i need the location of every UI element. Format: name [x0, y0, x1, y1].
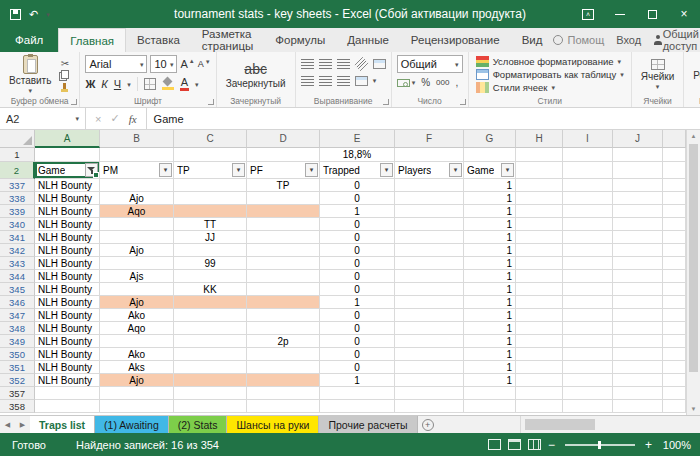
cell-J337[interactable]	[613, 179, 663, 192]
cell-D348[interactable]	[247, 322, 320, 335]
cell-K340[interactable]	[663, 218, 686, 231]
cell-H341[interactable]	[516, 231, 563, 244]
grow-font-icon[interactable]: А▲	[180, 58, 194, 70]
close-button[interactable]: ×	[668, 0, 700, 28]
cell-D340[interactable]	[247, 218, 320, 231]
cell-B341[interactable]	[100, 231, 174, 244]
cell-H340[interactable]	[516, 218, 563, 231]
column-header-G[interactable]: G	[464, 130, 516, 148]
cell-F351[interactable]	[395, 361, 464, 374]
cell-J352[interactable]	[613, 374, 663, 387]
cell-H2[interactable]	[516, 162, 563, 179]
cell-F341[interactable]	[395, 231, 464, 244]
cell-I342[interactable]	[563, 244, 613, 257]
column-header-C[interactable]: C	[174, 130, 247, 148]
share-button[interactable]: Общий доступ	[653, 28, 700, 52]
cell-D341[interactable]	[247, 231, 320, 244]
align-bottom-icon[interactable]	[337, 59, 350, 69]
cell-G349[interactable]: 1	[464, 335, 516, 348]
ribbon-tab-4[interactable]: Данные	[336, 28, 400, 52]
cell-A348[interactable]: NLH Bounty	[35, 322, 100, 335]
merge-center-icon[interactable]	[355, 76, 368, 86]
header-cell-PF[interactable]: PF▾	[247, 162, 320, 179]
cell-E338[interactable]: 0	[320, 192, 395, 205]
cell-D349[interactable]: 2p	[247, 335, 320, 348]
cell-E348[interactable]: 0	[320, 322, 395, 335]
cell-B348[interactable]: Aqo	[100, 322, 174, 335]
cell-A349[interactable]: NLH Bounty	[35, 335, 100, 348]
cell-J350[interactable]	[613, 348, 663, 361]
cell-D347[interactable]	[247, 309, 320, 322]
maximize-button[interactable]	[636, 0, 668, 28]
cell-B347[interactable]: Ako	[100, 309, 174, 322]
cell-G343[interactable]: 1	[464, 257, 516, 270]
scroll-down-icon[interactable]: ▼	[687, 403, 700, 415]
cell-C338[interactable]	[174, 192, 247, 205]
cell-K347[interactable]	[663, 309, 686, 322]
sign-in-link[interactable]: Вход	[616, 34, 641, 46]
strikethrough-button[interactable]: abc Зачеркнутый	[222, 55, 290, 94]
cell-C341[interactable]: JJ	[174, 231, 247, 244]
align-middle-icon[interactable]	[319, 59, 332, 69]
name-box[interactable]: A2 ▾	[0, 108, 86, 129]
column-header-E[interactable]: E	[320, 130, 395, 148]
filter-button-Game[interactable]: ▾	[501, 163, 514, 177]
italic-button[interactable]: К	[101, 78, 107, 90]
ribbon-tab-0[interactable]: Главная	[58, 28, 126, 52]
cell-H350[interactable]	[516, 348, 563, 361]
cell-I347[interactable]	[563, 309, 613, 322]
cell-C343[interactable]: 99	[174, 257, 247, 270]
cell-I340[interactable]	[563, 218, 613, 231]
cell-F352[interactable]	[395, 374, 464, 387]
cell-F343[interactable]	[395, 257, 464, 270]
cell-A351[interactable]: NLH Bounty	[35, 361, 100, 374]
shrink-font-icon[interactable]: А▼	[198, 59, 211, 69]
cell-E350[interactable]: 0	[320, 348, 395, 361]
cell-J348[interactable]	[613, 322, 663, 335]
cell-C339[interactable]	[174, 205, 247, 218]
save-icon[interactable]	[10, 7, 21, 21]
cell-B340[interactable]	[100, 218, 174, 231]
header-cell-PM[interactable]: PM▾	[100, 162, 174, 179]
cell-H338[interactable]	[516, 192, 563, 205]
cell-F337[interactable]	[395, 179, 464, 192]
cell-F347[interactable]	[395, 309, 464, 322]
paste-button[interactable]: Вставить ▾	[5, 55, 55, 94]
cell-F340[interactable]	[395, 218, 464, 231]
cell-D358[interactable]	[247, 400, 320, 413]
cell-A347[interactable]: NLH Bounty	[35, 309, 100, 322]
cell-I341[interactable]	[563, 231, 613, 244]
cell-D352[interactable]	[247, 374, 320, 387]
column-header-D[interactable]: D	[247, 130, 320, 148]
cell-I2[interactable]	[563, 162, 613, 179]
zoom-out-icon[interactable]: −	[548, 438, 555, 452]
align-top-icon[interactable]	[301, 59, 314, 69]
cell-B342[interactable]: Ajo	[100, 244, 174, 257]
cell-A339[interactable]: NLH Bounty	[35, 205, 100, 218]
cell-G347[interactable]: 1	[464, 309, 516, 322]
formula-content[interactable]: Game	[147, 108, 700, 129]
accounting-format-icon[interactable]: ▾	[397, 79, 416, 87]
ribbon-tab-5[interactable]: Рецензирование	[400, 28, 511, 52]
cell-C345[interactable]: KK	[174, 283, 247, 296]
header-cell-TP[interactable]: TP▾	[174, 162, 247, 179]
zoom-in-icon[interactable]: +	[645, 438, 652, 452]
cell-C349[interactable]	[174, 335, 247, 348]
cell-A340[interactable]: NLH Bounty	[35, 218, 100, 231]
row-header-358[interactable]: 358	[0, 400, 35, 413]
cell-K338[interactable]	[663, 192, 686, 205]
cell-G351[interactable]: 1	[464, 361, 516, 374]
cell-D346[interactable]	[247, 296, 320, 309]
cell-D350[interactable]	[247, 348, 320, 361]
cell-K348[interactable]	[663, 322, 686, 335]
cell-K346[interactable]	[663, 296, 686, 309]
cell-B357[interactable]	[100, 387, 174, 400]
cell-C344[interactable]	[174, 270, 247, 283]
cell-B351[interactable]: Aks	[100, 361, 174, 374]
ribbon-tab-1[interactable]: Вставка	[126, 28, 191, 52]
cell-C350[interactable]	[174, 348, 247, 361]
file-tab[interactable]: Файл	[0, 28, 58, 52]
sheet-tab-1[interactable]: (1) Awaiting	[95, 416, 169, 433]
cell-B338[interactable]: Ajo	[100, 192, 174, 205]
cell-G345[interactable]: 1	[464, 283, 516, 296]
